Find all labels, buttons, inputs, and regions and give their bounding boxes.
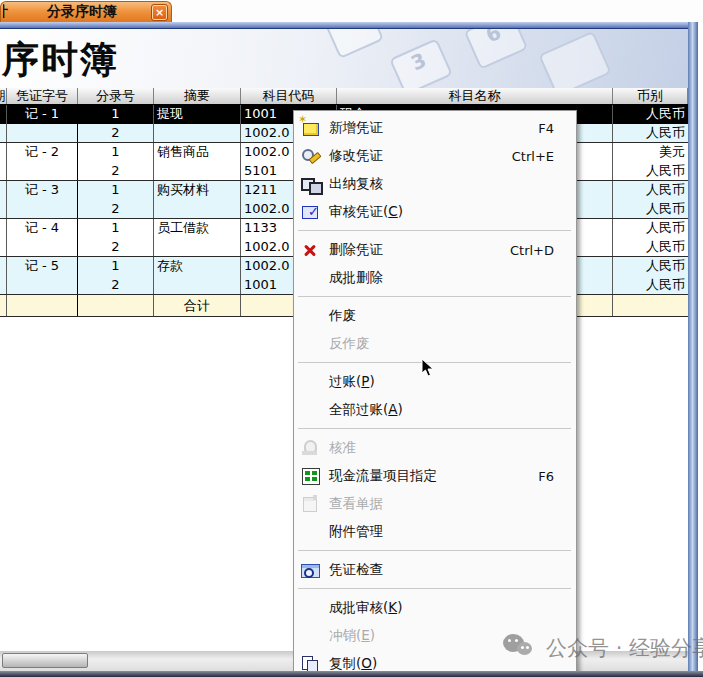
shortcut-label: F4 (538, 121, 554, 136)
menu-item-view-document: 查看单据 (294, 490, 576, 518)
cell-entry: 2 (78, 276, 154, 294)
cell-summary: 员工借款 (154, 219, 241, 238)
cell-currency: 人民币 (613, 105, 688, 124)
header-account-code[interactable]: 科目代码 (241, 88, 337, 104)
shortcut-label: Ctrl+D (510, 243, 554, 258)
approve-stamp-icon (300, 439, 320, 457)
cell-summary: 销售商品 (154, 143, 241, 162)
cell-voucher: 记 - 3 (7, 181, 78, 200)
tab-close-icon[interactable]: × (152, 5, 167, 20)
app-window: 计 分录序时簿 × 3 6 序时簿 期 凭证字号 分录号 摘要 科目代码 科目名… (0, 0, 703, 677)
header-clipped-column: 期 (0, 88, 7, 104)
mouse-cursor (421, 358, 435, 382)
shortcut-label: F6 (538, 469, 554, 484)
cell-summary: 购买材料 (154, 181, 241, 200)
cell-currency: 美元 (613, 143, 688, 162)
calculator-art-key (324, 29, 384, 59)
cell-currency: 人民币 (613, 257, 688, 276)
menu-separator (294, 546, 576, 556)
menu-item-cashier-review[interactable]: 出纳复核 (294, 170, 576, 198)
header-currency[interactable]: 币别 (613, 88, 688, 104)
menu-item-approve: 核准 (294, 434, 576, 462)
cell-summary (154, 200, 241, 218)
context-menu: 新增凭证 F4 修改凭证 Ctrl+E 出纳复核 审核凭证(C) 删除凭证 Ct… (293, 110, 577, 677)
cell-entry: 1 (78, 219, 154, 238)
cell-currency: 人民币 (613, 238, 688, 256)
cell-voucher (7, 200, 78, 218)
window-bottom-border (0, 671, 703, 677)
header-summary[interactable]: 摘要 (154, 88, 241, 104)
cell-entry: 1 (78, 143, 154, 162)
cell-entry: 1 (78, 105, 154, 124)
delete-voucher-icon (300, 241, 320, 259)
menu-separator (294, 424, 576, 434)
window-right-border (688, 22, 698, 677)
header-voucher-no[interactable]: 凭证字号 (7, 88, 78, 104)
scrollbar-thumb[interactable] (2, 653, 88, 668)
cash-flow-icon (300, 467, 320, 485)
menu-item-post[interactable]: 过账(P) (294, 368, 576, 396)
menu-item-delete-voucher[interactable]: 删除凭证 Ctrl+D (294, 236, 576, 264)
cell-voucher (7, 124, 78, 142)
menu-item-post-all[interactable]: 全部过账(A) (294, 396, 576, 424)
table-header-row: 期 凭证字号 分录号 摘要 科目代码 科目名称 币别 (0, 88, 688, 105)
cell-currency: 人民币 (613, 200, 688, 218)
panel-top-border (0, 22, 698, 29)
menu-item-voucher-check[interactable]: 凭证检查 (294, 556, 576, 584)
menu-item-new-voucher[interactable]: 新增凭证 F4 (294, 114, 576, 142)
tab-clipped-text: 计 (3, 3, 12, 21)
cell-entry: 1 (78, 181, 154, 200)
header-entry-no[interactable]: 分录号 (78, 88, 154, 104)
cell-summary (154, 124, 241, 142)
cell-currency: 人民币 (613, 219, 688, 238)
menu-separator (294, 584, 576, 594)
total-label: 合计 (154, 295, 241, 316)
menu-item-unvoid: 反作废 (294, 330, 576, 358)
calculator-art-key: 6 (464, 29, 529, 70)
calculator-art-key (538, 31, 612, 88)
cell-entry: 2 (78, 162, 154, 180)
page-title: 序时簿 (2, 35, 119, 85)
menu-separator (294, 292, 576, 302)
menu-item-cash-flow-assign[interactable]: 现金流量项目指定 F6 (294, 462, 576, 490)
edit-voucher-icon (300, 147, 320, 165)
menu-item-edit-voucher[interactable]: 修改凭证 Ctrl+E (294, 142, 576, 170)
tab-label: 分录序时簿 (12, 3, 152, 21)
title-band: 3 6 序时簿 (0, 29, 688, 88)
cell-summary: 存款 (154, 257, 241, 276)
view-document-icon (300, 495, 320, 513)
cell-voucher (7, 162, 78, 180)
cell-currency: 人民币 (613, 124, 688, 142)
cell-voucher: 记 - 2 (7, 143, 78, 162)
cell-summary (154, 276, 241, 294)
menu-item-batch-approve[interactable]: 成批审核(K) (294, 594, 576, 622)
menu-item-approve-voucher[interactable]: 审核凭证(C) (294, 198, 576, 226)
wechat-icon (503, 634, 539, 662)
watermark: 公众号 · 经验分享一辉 (503, 634, 703, 662)
tab-bar: 计 分录序时簿 × (0, 0, 703, 22)
cell-voucher: 记 - 1 (7, 105, 78, 124)
menu-item-attachment-management[interactable]: 附件管理 (294, 518, 576, 546)
menu-separator (294, 358, 576, 368)
approve-voucher-icon (300, 203, 320, 221)
cell-voucher (7, 238, 78, 256)
new-voucher-icon (300, 119, 320, 137)
cashier-review-icon (300, 175, 320, 193)
menu-item-void[interactable]: 作废 (294, 302, 576, 330)
cell-currency: 人民币 (613, 181, 688, 200)
cell-entry: 2 (78, 124, 154, 142)
voucher-check-icon (300, 561, 320, 579)
shortcut-label: Ctrl+E (512, 149, 554, 164)
cell-entry: 2 (78, 200, 154, 218)
cell-voucher: 记 - 5 (7, 257, 78, 276)
menu-item-batch-delete[interactable]: 成批删除 (294, 264, 576, 292)
cell-summary (154, 238, 241, 256)
cell-voucher (7, 276, 78, 294)
header-account-name[interactable]: 科目名称 (337, 88, 613, 104)
cell-summary (154, 162, 241, 180)
tab-journal-book[interactable]: 计 分录序时簿 × (0, 1, 172, 22)
cell-currency: 人民币 (613, 276, 688, 294)
calculator-art-key: 3 (389, 38, 453, 88)
cell-voucher: 记 - 4 (7, 219, 78, 238)
cell-entry: 1 (78, 257, 154, 276)
